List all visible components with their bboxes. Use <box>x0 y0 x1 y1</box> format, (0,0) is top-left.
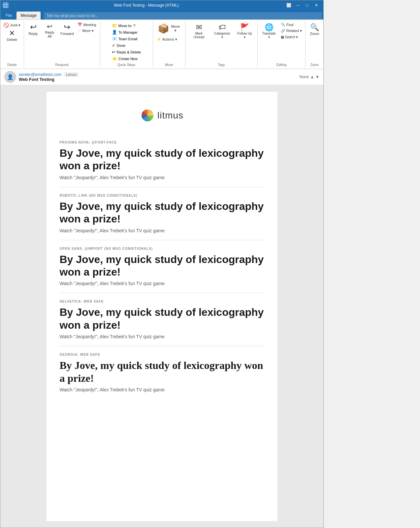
ribbon-content: 🚫 Junk ▾ ✕ Delete Delete ↩ <box>0 19 323 69</box>
title-bar: Web Font Testing - Message (HTML) ⬜ ─ □ … <box>0 0 323 10</box>
font-heading-helvetica: By Jove, my quick study of lexicography … <box>60 306 264 331</box>
move-icon: 📦 <box>158 23 169 34</box>
zoom-group-buttons: 🔍 Zoom <box>307 22 322 62</box>
delete-button[interactable]: ✕ Delete <box>4 29 20 42</box>
reply-all-icon: ↩ <box>47 23 52 30</box>
minimize-button[interactable]: ─ <box>294 2 302 9</box>
qs-create-icon: ⭐ <box>112 56 117 61</box>
font-label-proxima: PROXIMA NOVA: @FONT-FACE <box>60 141 264 144</box>
related-button[interactable]: 🔗 Related ▾ <box>279 28 304 34</box>
reply-all-button[interactable]: ↩ Reply All <box>41 22 58 40</box>
font-body-opensans: Watch "Jeopardy!", Alex Trebek's fun TV … <box>60 281 264 286</box>
window-controls: ⬜ ─ □ ✕ <box>284 2 321 9</box>
translate-button[interactable]: 🌐 Translate ▾ <box>259 22 278 40</box>
delete-group-buttons: 🚫 Junk ▾ ✕ Delete <box>2 22 22 62</box>
quick-steps-list: 📁 Move to: ? 👤 To Manager 📧 Team Email <box>108 22 145 62</box>
restore-button[interactable]: ⬜ <box>284 2 293 9</box>
zoom-button[interactable]: 🔍 Zoom <box>307 22 322 37</box>
editing-group-label: Editing <box>276 63 287 67</box>
meeting-button[interactable]: 📅 Meeting <box>76 22 98 27</box>
font-label-helvetica: HELVETICA: WEB SAFE <box>60 300 264 303</box>
tags-group-buttons: ✉ Mark Unread 🏷 Categorize ▾ 🚩 Follow Up… <box>187 22 255 62</box>
qs-move-to[interactable]: 📁 Move to: ? <box>110 22 143 29</box>
tab-bar: File Message <box>0 10 323 19</box>
logo-area: litmus <box>60 102 264 134</box>
mark-unread-button[interactable]: ✉ Mark Unread <box>187 22 210 40</box>
avatar-icon: 👤 <box>7 74 14 80</box>
find-icon: 🔍 <box>281 22 285 27</box>
expand-arrow-up[interactable]: ▲ <box>310 75 314 79</box>
qs-reply-delete[interactable]: ↩ Reply & Delete <box>110 49 143 55</box>
font-section-opensans: OPEN SANS: @IMPORT (NO MSO CONDITIONALS)… <box>60 240 264 293</box>
font-body-helvetica: Watch "Jeopardy!", Alex Trebek's fun TV … <box>60 334 264 339</box>
font-body-proxima: Watch "Jeopardy!", Alex Trebek's fun TV … <box>60 175 264 180</box>
ribbon-group-delete: 🚫 Junk ▾ ✕ Delete Delete <box>0 21 24 67</box>
email-body: litmus PROXIMA NOVA: @FONT-FACE By Jove,… <box>47 92 277 521</box>
qs-to-manager[interactable]: 👤 To Manager <box>110 29 143 35</box>
qs-reply-delete-icon: ↩ <box>112 50 115 54</box>
qs-team-icon: 📧 <box>112 36 117 41</box>
qs-create-new[interactable]: ⭐ Create New <box>110 55 143 62</box>
litmus-logo: litmus <box>140 108 183 123</box>
ribbon-group-move: 📦 Move ▾ ⚡ Actions ▾ Move <box>153 21 186 67</box>
font-body-roboto: Watch "Jeopardy!", Alex Trebek's fun TV … <box>60 228 264 233</box>
sender-email[interactable]: sender@emailtests.com <box>19 72 61 77</box>
avatar: 👤 <box>4 71 16 83</box>
font-heading-roboto: By Jove, my quick study of lexicography … <box>60 200 264 225</box>
select-button[interactable]: ▦ Select ▾ <box>279 34 304 40</box>
forward-button[interactable]: ↪ Forward <box>59 22 76 37</box>
more-button[interactable]: ⋯ More ▾ <box>76 28 98 34</box>
qs-done-icon: ✓ <box>112 43 115 48</box>
more-icon: ⋯ <box>78 29 81 33</box>
forward-icon: ↪ <box>64 23 70 31</box>
qs-team-email[interactable]: 📧 Team Email <box>110 36 143 42</box>
respond-group-buttons: ↩ Reply ↩ Reply All ↪ Forward 📅 <box>26 22 98 62</box>
qs-manager-icon: 👤 <box>112 30 117 35</box>
categorize-button[interactable]: 🏷 Categorize ▾ <box>211 22 234 40</box>
logo-text: litmus <box>157 110 183 121</box>
font-section-georgia: GEORGIA: WEB SAFE By Jove, my quick stud… <box>60 346 264 399</box>
font-body-georgia: Watch "Jeopardy!", Alex Trebek's fun TV … <box>60 387 264 392</box>
ribbon-group-respond: ↩ Reply ↩ Reply All ↪ Forward 📅 <box>24 21 100 67</box>
categorize-icon: 🏷 <box>218 23 226 32</box>
maximize-button[interactable]: □ <box>303 2 311 9</box>
quicksteps-buttons: 📁 Move to: ? 👤 To Manager 📧 Team Email <box>108 22 145 62</box>
related-icon: 🔗 <box>281 29 285 33</box>
delete-icon: ✕ <box>9 30 15 37</box>
litmus-tag: Litmus <box>64 72 79 77</box>
reply-button[interactable]: ↩ Reply <box>26 22 41 37</box>
qs-move-icon: 📁 <box>112 23 117 28</box>
litmus-logo-icon <box>140 108 155 123</box>
qs-done[interactable]: ✓ Done <box>110 42 143 49</box>
title-bar-left <box>3 3 8 8</box>
expand-arrow-down[interactable]: ▼ <box>315 75 319 79</box>
close-button[interactable]: ✕ <box>312 2 321 9</box>
font-section-helvetica: HELVETICA: WEB SAFE By Jove, my quick st… <box>60 293 264 346</box>
email-body-container: litmus PROXIMA NOVA: @FONT-FACE By Jove,… <box>0 85 323 528</box>
junk-button[interactable]: 🚫 Junk ▾ <box>2 22 22 28</box>
move-group-buttons: 📦 Move ▾ ⚡ Actions ▾ <box>155 22 183 62</box>
ribbon: 🚫 Junk ▾ ✕ Delete Delete ↩ <box>0 19 323 69</box>
reply-icon: ↩ <box>30 23 37 31</box>
ribbon-group-tags: ✉ Mark Unread 🏷 Categorize ▾ 🚩 Follow Up… <box>185 21 257 67</box>
ribbon-group-zoom: 🔍 Zoom Zoom <box>306 21 323 67</box>
follow-up-button[interactable]: 🚩 Follow Up ▾ <box>234 22 255 40</box>
search-input[interactable] <box>44 12 322 19</box>
font-sections: PROXIMA NOVA: @FONT-FACE By Jove, my qui… <box>60 134 264 399</box>
tab-message[interactable]: Message <box>16 12 41 19</box>
follow-up-icon: 🚩 <box>240 23 249 32</box>
actions-button[interactable]: ⚡ Actions ▾ <box>155 37 179 42</box>
editing-group-buttons: 🌐 Translate ▾ 🔍 Find 🔗 Related ▾ <box>259 22 303 62</box>
actions-icon: ⚡ <box>157 37 161 42</box>
ribbon-group-quicksteps: 📁 Move to: ? 👤 To Manager 📧 Team Email <box>100 21 153 67</box>
email-subject: Web Font Testing <box>19 77 297 82</box>
delete-group-label: Delete <box>7 63 17 67</box>
tab-file[interactable]: File <box>2 12 16 19</box>
email-header: 👤 sender@emailtests.com Litmus Web Font … <box>0 69 323 85</box>
font-label-georgia: GEORGIA: WEB SAFE <box>60 353 264 356</box>
find-button[interactable]: 🔍 Find <box>279 22 304 27</box>
zoom-icon: 🔍 <box>310 23 319 32</box>
move-button[interactable]: 📦 Move ▾ <box>155 22 183 35</box>
window-title: Web Font Testing - Message (HTML) <box>8 3 284 8</box>
meeting-icon: 📅 <box>78 22 82 27</box>
